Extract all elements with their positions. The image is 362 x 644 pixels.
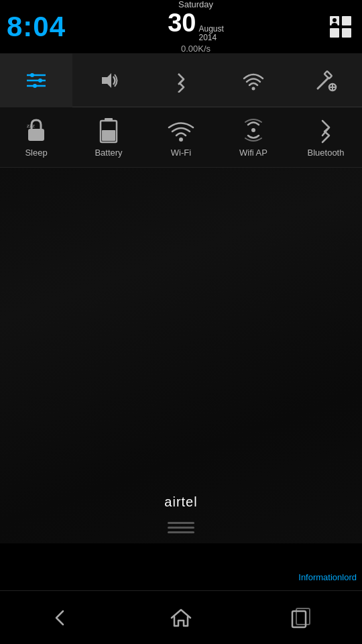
svg-point-8 (30, 73, 34, 77)
sleep-label: Sleep (25, 148, 47, 158)
bluetooth-label: Bluetooth (308, 148, 345, 158)
back-button[interactable] (34, 591, 87, 645)
bluetooth-row1-btn[interactable] (145, 54, 217, 107)
wifiap-icon (240, 117, 267, 144)
menu-line-1 (168, 522, 194, 524)
bluetooth-tile-icon (312, 117, 339, 144)
battery-label: Battery (95, 148, 122, 158)
svg-rect-1 (342, 16, 351, 25)
quick-settings-row2: zzz Sleep Battery Wi-Fi (0, 107, 362, 168)
svg-text:zzz: zzz (27, 123, 35, 129)
sliders-quick-settings-btn[interactable] (0, 54, 72, 107)
home-button[interactable] (154, 591, 208, 645)
wifi-label: Wi-Fi (171, 148, 191, 158)
svg-point-9 (38, 78, 42, 83)
day-number: 30 (168, 10, 196, 36)
battery-icon (95, 117, 122, 144)
settings-tools-btn[interactable] (290, 54, 362, 107)
svg-rect-14 (324, 71, 332, 78)
menu-line-3 (168, 531, 194, 533)
wifi-icon (168, 117, 194, 144)
quick-settings-row1 (0, 54, 362, 107)
svg-point-10 (33, 84, 37, 88)
year-label: 2014 (198, 34, 223, 42)
wifi-row1-btn[interactable] (217, 54, 290, 107)
network-speed: 0.00K/s (181, 44, 210, 54)
wifiap-tile[interactable]: Wifi AP (217, 107, 290, 168)
battery-tile[interactable]: Battery (72, 107, 145, 168)
lock-sleep-icon: zzz (23, 117, 50, 144)
wallpaper-background (0, 168, 362, 543)
status-bar: 8:04 Saturday 30 August 2014 0.00K/s (0, 0, 362, 54)
grid-icon-button[interactable] (326, 12, 355, 42)
time-display: 8:04 (7, 11, 66, 43)
svg-point-23 (179, 138, 183, 142)
svg-point-12 (252, 87, 255, 90)
recent-apps-button[interactable] (275, 591, 328, 645)
bluetooth-tile[interactable]: Bluetooth (290, 107, 362, 168)
svg-rect-21 (105, 118, 113, 121)
menu-line-2 (168, 527, 194, 529)
nav-bar (0, 590, 362, 644)
svg-point-24 (251, 128, 255, 132)
wifi-tile[interactable]: Wi-Fi (145, 107, 217, 168)
svg-rect-22 (102, 130, 115, 141)
menu-lines (168, 522, 194, 533)
svg-line-13 (318, 78, 328, 89)
status-center: Saturday 30 August 2014 0.00K/s (168, 0, 224, 54)
svg-rect-18 (28, 129, 44, 141)
sleep-tile[interactable]: zzz Sleep (0, 107, 72, 168)
info-bar: Informationlord (0, 564, 362, 590)
svg-rect-2 (330, 28, 339, 38)
airtel-label: airtel (164, 494, 197, 510)
volume-btn[interactable] (72, 54, 145, 107)
svg-rect-3 (342, 28, 351, 38)
info-text: Informationlord (298, 572, 357, 582)
svg-point-4 (333, 18, 337, 22)
wifiap-label: Wifi AP (239, 148, 267, 158)
date-block: Saturday 30 August 2014 (168, 0, 224, 42)
month-label: August (198, 25, 223, 34)
svg-marker-11 (102, 73, 111, 88)
main-content: airtel (0, 168, 362, 543)
